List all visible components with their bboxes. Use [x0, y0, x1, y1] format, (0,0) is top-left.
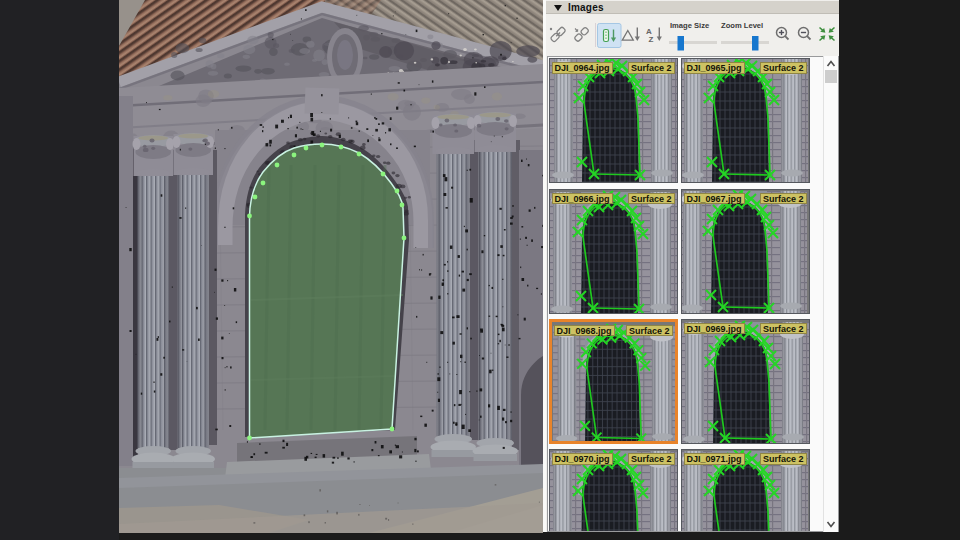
svg-text:Z: Z — [649, 35, 654, 44]
svg-text:Image Size: Image Size — [670, 21, 709, 30]
svg-text:Zoom Level: Zoom Level — [721, 21, 763, 30]
